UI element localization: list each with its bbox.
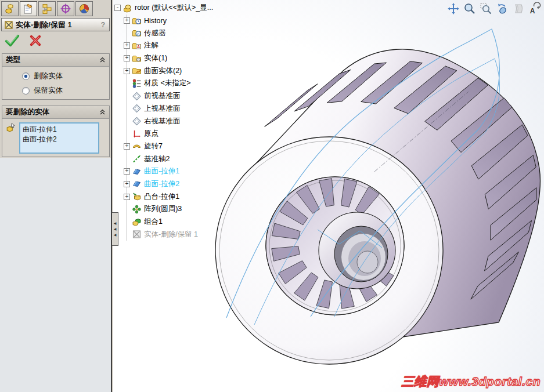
body-delete-icon [132,230,142,239]
expand-toggle-icon[interactable]: + [124,143,130,150]
type-group-header[interactable]: 类型 [2,54,109,67]
ok-button[interactable] [5,34,20,48]
feature-tree: - rotor (默认<<默认>_显... + History 传感器 + 注解… [114,2,233,241]
tree-item-rotor-root[interactable]: - rotor (默认<<默认>_显... [114,2,233,14]
zoom-icon[interactable] [463,2,476,15]
radio-unselected-icon [22,87,30,95]
tab-displaymanager[interactable] [75,1,93,16]
axis-icon [132,154,142,164]
splitter-arrow-icon: ◀ [114,233,117,237]
tree-item-history[interactable]: + History [114,14,233,27]
selected-body-item[interactable]: 曲面-拉伸2 [23,135,96,144]
expand-toggle-icon[interactable]: + [124,55,130,61]
tree-item-label: 凸台-拉伸1 [144,192,179,202]
tree-item-label: rotor (默认<<默认>_显... [135,3,213,13]
tree-item-label: 传感器 [144,28,166,38]
tree-item-combine1[interactable]: 组合1 [114,216,233,228]
expand-toggle-icon[interactable]: + [124,168,130,175]
featuremanager-tab-icon [4,3,16,14]
tree-item-solid-bodies[interactable]: + 实体(1) [114,52,233,65]
tree-item-axis2[interactable]: 基准轴2 [114,153,233,165]
boss-extrude-icon [132,192,142,201]
tree-item-label: 原点 [144,129,158,139]
revolve-icon [132,141,142,151]
collapse-chevron-icon [99,57,106,63]
tree-item-boss-extrude1[interactable]: + 凸台-拉伸1 [114,190,233,203]
solid-bodies-folder-icon [132,54,142,63]
view-orientation-icon[interactable]: A [528,2,541,15]
surface-extrude-icon [132,179,142,188]
tree-item-material[interactable]: 材质 <未指定> [114,77,233,90]
splitter-arrow-icon: ◀ [114,222,117,225]
tree-item-front-plane[interactable]: 前视基准面 [114,90,233,103]
surface-bodies-folder-icon [132,66,142,75]
expand-toggle-icon[interactable]: + [124,42,130,49]
plane-icon [132,104,142,113]
bodies-selection-listbox[interactable]: 曲面-拉伸1 曲面-拉伸2 [19,122,99,154]
rotate-view-icon[interactable] [495,2,509,15]
radio-label: 保留实体 [34,86,63,96]
sensors-folder-icon [132,28,142,38]
tree-item-circular-pattern3[interactable]: 阵列(圆周)3 [114,203,233,216]
expand-toggle-icon[interactable]: + [124,181,130,187]
plane-icon [132,117,142,126]
tree-item-label: 材质 <未指定> [144,78,191,88]
tree-item-label: 实体-删除/保留 1 [144,230,198,239]
property-manager-panel: 实体-删除/保留 1 ? 类型 删除实体 [0,0,112,392]
section-view-icon [511,2,525,15]
expand-toggle-icon[interactable]: + [124,17,130,24]
zoom-to-area-icon[interactable] [479,2,492,15]
tree-item-revolve7[interactable]: + 旋转7 [114,140,233,153]
cancel-button[interactable] [29,34,42,47]
tab-configurationmanager[interactable] [38,1,56,16]
tree-item-label: 前视基准面 [144,91,181,101]
help-button[interactable]: ? [99,21,107,29]
tree-item-label: 旋转7 [144,141,163,151]
splitter-arrow-icon: ◀ [114,227,117,231]
radio-delete-bodies[interactable]: 删除实体 [22,71,109,81]
tree-item-right-plane[interactable]: 右视基准面 [114,115,233,128]
collapse-chevron-icon [99,109,106,115]
bodies-group-header[interactable]: 要删除的实体 [2,106,109,119]
tree-item-annotations[interactable]: + 注解 [114,39,233,52]
select-bodies-icon [6,122,16,133]
expand-toggle-icon[interactable]: + [124,68,130,74]
tree-item-surface-bodies[interactable]: + 曲面实体(2) [114,64,233,77]
tree-item-origin[interactable]: 原点 [114,128,233,140]
tree-item-label: 右视基准面 [144,117,181,126]
circular-pattern-icon [132,205,142,214]
tree-item-label: 曲面-拉伸2 [144,179,179,189]
origin-icon [132,129,142,139]
bodies-group-title: 要删除的实体 [6,107,99,117]
configurationmanager-tab-icon [41,3,53,14]
expand-toggle-icon[interactable]: + [124,194,130,200]
tree-item-label: 注解 [144,41,158,50]
tree-item-label: History [144,17,167,25]
tree-item-label: 曲面-拉伸1 [144,166,179,176]
tree-item-surface-extrude1[interactable]: + 曲面-拉伸1 [114,165,233,178]
radio-keep-bodies[interactable]: 保留实体 [22,86,109,96]
pan-icon[interactable] [446,2,460,15]
radio-selected-icon [22,72,30,80]
type-group: 类型 删除实体 保留实体 [2,53,110,100]
solidworks-window: A 三维网www.3dportal.cn - rotor (默认<<默认>_显.… [0,0,544,392]
tree-item-top-plane[interactable]: 上视基准面 [114,103,233,115]
collapse-toggle-icon[interactable]: - [114,5,121,11]
radio-label: 删除实体 [34,71,63,81]
watermark-text: 三维网www.3dportal.cn [402,373,541,390]
displaymanager-tab-icon [78,3,90,14]
tab-dimxpertmanager[interactable] [57,1,74,16]
panel-tabs [1,1,93,16]
tree-item-label: 组合1 [144,217,163,227]
svg-text:A: A [529,7,535,15]
tree-item-body-delete-keep1[interactable]: 实体-删除/保留 1 [114,228,233,241]
tab-propertymanager[interactable] [20,1,37,16]
selected-body-item[interactable]: 曲面-拉伸1 [23,125,96,135]
history-folder-icon [132,16,142,26]
panel-splitter[interactable]: ◀ ◀ ◀ [112,212,118,246]
tree-item-surface-extrude2[interactable]: + 曲面-拉伸2 [114,178,233,191]
type-group-title: 类型 [6,55,99,65]
tree-item-sensors[interactable]: 传感器 [114,27,233,39]
tab-featuremanager[interactable] [1,1,19,16]
tree-item-label: 阵列(圆周)3 [144,204,182,214]
